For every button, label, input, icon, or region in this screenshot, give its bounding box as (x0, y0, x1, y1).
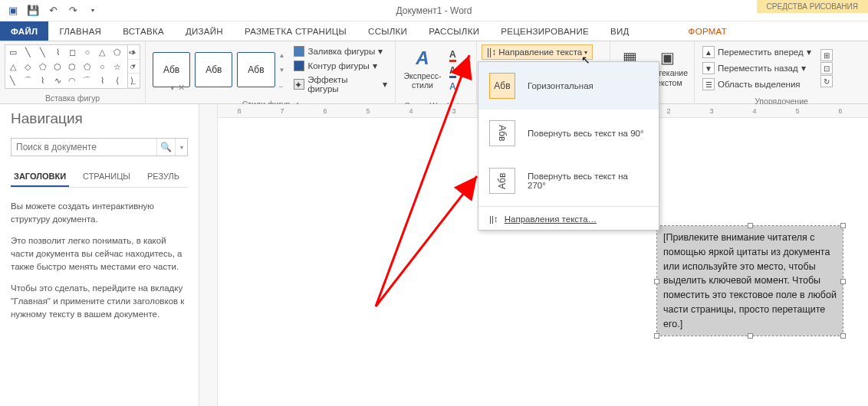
search-input[interactable] (12, 139, 156, 156)
title-bar: ▣ 💾 ↶ ↷ ▾ Документ1 - Word СРЕДСТВА РИСО… (0, 0, 868, 21)
wrap-icon: ▣ (660, 48, 675, 67)
tab-references[interactable]: ССЫЛКИ (357, 21, 418, 41)
text-direction-more-icon: ||↕ (489, 214, 498, 224)
resize-handle[interactable] (840, 333, 846, 339)
outline-icon (294, 61, 304, 71)
ribbon-tabs: ФАЙЛ ГЛАВНАЯ ВСТАВКА ДИЗАЙН РАЗМЕТКА СТР… (0, 21, 868, 41)
group-arrange: ▲Переместить вперед ▾ ▼Переместить назад… (695, 41, 868, 104)
styles-down-icon[interactable]: ▼ (279, 67, 285, 74)
tab-mailings[interactable]: РАССЫЛКИ (418, 21, 490, 41)
quick-styles-button[interactable]: A Экспресс-стили (400, 44, 445, 97)
group-label-insert-shapes: Вставка фигур (45, 93, 100, 103)
selection-pane-icon: ☰ (702, 78, 715, 90)
text-direction-icon: ||↕ (487, 47, 496, 57)
rotate270-swatch-icon: Абв (489, 168, 515, 194)
undo-icon[interactable]: ↶ (44, 2, 61, 19)
resize-handle[interactable] (840, 223, 846, 228)
ribbon: ▭╲╲ ⌇◻○ △⬠➪ △◇⬠ ⬡⬡⬠ ○☆○ ╲⌒⌇ ∿◠⌒ ⌇⟨⟩ ▲▼⎯ (0, 41, 868, 104)
selection-pane-button[interactable]: ☰Область выделения (699, 77, 814, 92)
shape-style-2[interactable]: Абв (195, 52, 232, 87)
text-direction-button[interactable]: ||↕ Направление текста ▾ (482, 44, 593, 60)
resize-handle[interactable] (654, 333, 659, 339)
save-icon[interactable]: 💾 (25, 2, 41, 19)
fill-icon (294, 46, 304, 57)
resize-handle[interactable] (748, 333, 753, 339)
redo-icon[interactable]: ↷ (64, 2, 81, 19)
search-box[interactable]: 🔍 ▾ (11, 138, 188, 156)
bring-forward-icon: ▲ (702, 46, 715, 58)
tab-format[interactable]: ФОРМАТ (678, 21, 738, 41)
group-insert-shapes: ▭╲╲ ⌇◻○ △⬠➪ △◇⬠ ⬡⬡⬠ ○☆○ ╲⌒⌇ ∿◠⌒ ⌇⟨⟩ ▲▼⎯ (0, 41, 146, 104)
contextual-tab-header: СРЕДСТВА РИСОВАНИЯ (757, 0, 868, 13)
text-fill-icon[interactable]: A (449, 49, 456, 62)
nav-tabs: ЗАГОЛОВКИ СТРАНИЦЫ РЕЗУЛЬ (11, 167, 188, 188)
drawing-tools-label: СРЕДСТВА РИСОВАНИЯ (757, 0, 868, 13)
shape-outline-button[interactable]: Контур фигуры ▾ (291, 59, 390, 73)
quick-access-toolbar: ▣ 💾 ↶ ↷ ▾ (0, 2, 106, 19)
group-button[interactable]: ⊡ (820, 62, 833, 74)
main-area: Навигация ▾ ✕ 🔍 ▾ ЗАГОЛОВКИ СТРАНИЦЫ РЕЗ… (0, 104, 868, 406)
text-direction-dropdown: Абв Горизонтальная Абв Повернуть весь те… (478, 61, 659, 231)
styles-up-icon[interactable]: ▲ (279, 52, 285, 59)
document-title: Документ1 - Word (396, 5, 472, 16)
rotate90-swatch-icon: Абв (489, 120, 515, 146)
text-effects-icon[interactable]: A (449, 81, 456, 92)
text-direction-more[interactable]: ||↕ Направления текста… (478, 208, 659, 230)
horizontal-swatch-icon: Абв (489, 73, 515, 99)
tab-home[interactable]: ГЛАВНАЯ (48, 21, 112, 41)
nav-tab-pages[interactable]: СТРАНИЦЫ (80, 167, 133, 187)
navigation-pane: Навигация ▾ ✕ 🔍 ▾ ЗАГОЛОВКИ СТРАНИЦЫ РЕЗ… (0, 104, 199, 406)
cursor-icon: ↖ (581, 54, 590, 66)
text-outline-icon[interactable]: A (449, 65, 456, 78)
tab-insert[interactable]: ВСТАВКА (112, 21, 175, 41)
nav-tab-results[interactable]: РЕЗУЛЬ (144, 167, 182, 187)
rotate-button[interactable]: ↻ (820, 75, 833, 87)
text-box[interactable]: [Привлеките внимание читателя с помощью … (656, 225, 843, 336)
text-direction-rotate-90[interactable]: Абв Повернуть весь текст на 90° (478, 110, 659, 157)
word-icon[interactable]: ▣ (5, 2, 21, 19)
group-shape-styles: Абв Абв Абв ▲ ▼ ⎯ Заливка фигуры ▾ Конту… (146, 41, 396, 104)
shapes-gallery-more[interactable]: ▲▼⎯ (127, 45, 140, 88)
search-dropdown-icon[interactable]: ▾ (175, 139, 187, 156)
tab-file[interactable]: ФАЙЛ (0, 21, 48, 41)
resize-handle[interactable] (840, 279, 846, 284)
resize-handle[interactable] (748, 223, 753, 228)
tab-layout[interactable]: РАЗМЕТКА СТРАНИЦЫ (234, 21, 357, 41)
tab-view[interactable]: ВИД (600, 21, 640, 41)
tab-review[interactable]: РЕЦЕНЗИРОВАНИЕ (490, 21, 600, 41)
text-direction-horizontal[interactable]: Абв Горизонтальная (478, 62, 659, 110)
nav-help-text: Вы можете создать интерактивную структур… (11, 200, 188, 329)
align-button[interactable]: ⊞ (820, 49, 833, 61)
qa-customize-icon[interactable]: ▾ (84, 2, 101, 19)
bring-forward-button[interactable]: ▲Переместить вперед ▾ (699, 44, 814, 60)
shape-fill-button[interactable]: Заливка фигуры ▾ (291, 44, 390, 58)
nav-tab-headings[interactable]: ЗАГОЛОВКИ (11, 167, 69, 187)
send-backward-icon: ▼ (702, 62, 715, 74)
navigation-title: Навигация (11, 110, 188, 127)
vertical-ruler (199, 104, 218, 406)
tab-design[interactable]: ДИЗАЙН (175, 21, 234, 41)
nav-close-icon[interactable]: ✕ (178, 83, 185, 93)
shape-style-3[interactable]: Абв (237, 52, 275, 87)
wordart-icon: A (416, 47, 429, 70)
text-direction-rotate-270[interactable]: Абв Повернуть весь текст на 270° (478, 157, 659, 205)
effects-icon: ✦ (294, 79, 304, 90)
text-box-content[interactable]: [Привлеките внимание читателя с помощью … (657, 226, 843, 336)
shapes-gallery[interactable]: ▭╲╲ ⌇◻○ △⬠➪ △◇⬠ ⬡⬡⬠ ○☆○ ╲⌒⌇ ∿◠⌒ ⌇⟨⟩ ▲▼⎯ (5, 44, 140, 89)
resize-handle[interactable] (654, 279, 659, 284)
send-backward-button[interactable]: ▼Переместить назад ▾ (699, 61, 814, 76)
shape-effects-button[interactable]: ✦Эффекты фигуры ▾ (291, 74, 390, 95)
group-wordart-styles: A Экспресс-стили A A A Стили WordArt◢ (396, 41, 477, 104)
nav-dropdown-icon[interactable]: ▾ (170, 83, 175, 93)
search-icon[interactable]: 🔍 (156, 139, 175, 156)
styles-more-icon[interactable]: ⎯ (279, 80, 285, 87)
